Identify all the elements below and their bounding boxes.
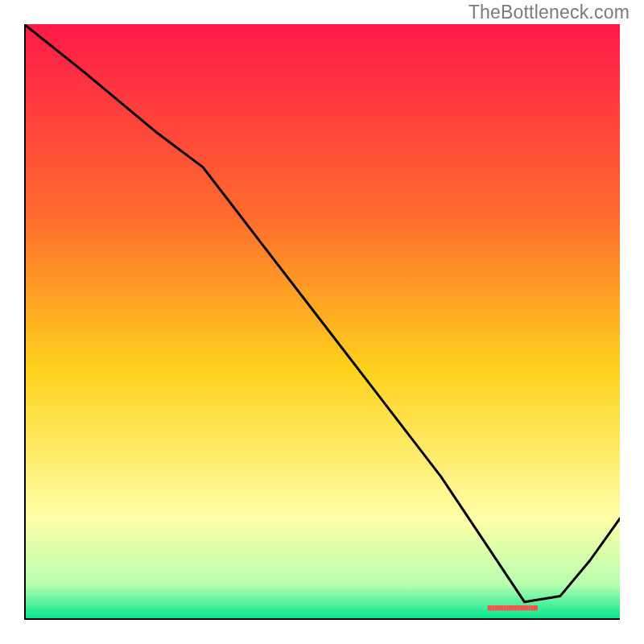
min-marker-dash — [519, 605, 522, 610]
min-marker-dash — [488, 605, 490, 610]
min-marker-dash — [522, 605, 524, 610]
min-marker-dash — [517, 605, 519, 610]
min-marker-dash — [533, 605, 535, 610]
chart-container — [24, 24, 620, 620]
min-marker-dash — [492, 605, 494, 610]
min-marker-dash — [515, 605, 518, 610]
bottleneck-line-chart — [24, 24, 620, 620]
min-marker-dash — [510, 605, 513, 610]
min-marker-dash — [530, 605, 533, 610]
min-marker-dash — [529, 605, 531, 610]
min-marker-dash — [524, 605, 526, 610]
min-marker-dash — [497, 605, 499, 610]
min-marker-dash — [508, 605, 510, 610]
min-marker-dash — [490, 605, 493, 610]
min-marker-dash — [494, 605, 497, 610]
watermark-text: TheBottleneck.com — [469, 2, 630, 23]
min-marker-dash — [513, 605, 515, 610]
min-marker-dash — [506, 605, 508, 610]
min-marker-dash — [526, 605, 529, 610]
min-marker-segment — [488, 605, 538, 610]
min-marker-dash — [535, 605, 538, 610]
min-marker-dash — [502, 605, 504, 610]
min-marker-dash — [504, 605, 506, 610]
min-marker-dash — [499, 605, 502, 610]
